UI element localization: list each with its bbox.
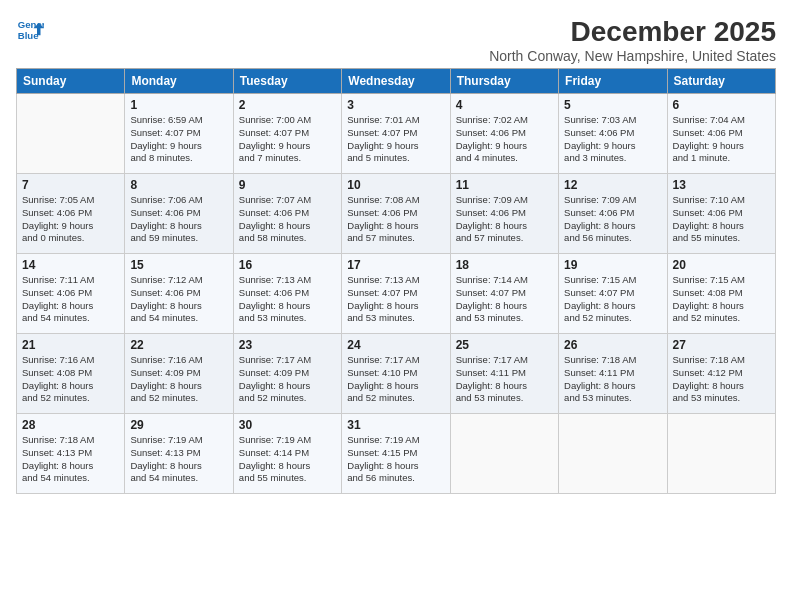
calendar-day-cell: 25Sunrise: 7:17 AM Sunset: 4:11 PM Dayli… [450, 334, 558, 414]
day-number: 12 [564, 178, 661, 192]
day-number: 1 [130, 98, 227, 112]
calendar-header-cell: Friday [559, 69, 667, 94]
day-info: Sunrise: 7:19 AM Sunset: 4:15 PM Dayligh… [347, 434, 444, 485]
day-info: Sunrise: 7:10 AM Sunset: 4:06 PM Dayligh… [673, 194, 770, 245]
calendar-day-cell: 19Sunrise: 7:15 AM Sunset: 4:07 PM Dayli… [559, 254, 667, 334]
calendar-day-cell: 17Sunrise: 7:13 AM Sunset: 4:07 PM Dayli… [342, 254, 450, 334]
calendar-day-cell: 9Sunrise: 7:07 AM Sunset: 4:06 PM Daylig… [233, 174, 341, 254]
calendar-day-cell: 29Sunrise: 7:19 AM Sunset: 4:13 PM Dayli… [125, 414, 233, 494]
day-info: Sunrise: 7:04 AM Sunset: 4:06 PM Dayligh… [673, 114, 770, 165]
day-info: Sunrise: 7:09 AM Sunset: 4:06 PM Dayligh… [456, 194, 553, 245]
calendar-day-cell: 6Sunrise: 7:04 AM Sunset: 4:06 PM Daylig… [667, 94, 775, 174]
calendar-day-cell: 23Sunrise: 7:17 AM Sunset: 4:09 PM Dayli… [233, 334, 341, 414]
day-info: Sunrise: 7:16 AM Sunset: 4:08 PM Dayligh… [22, 354, 119, 405]
calendar-header-cell: Thursday [450, 69, 558, 94]
day-info: Sunrise: 7:15 AM Sunset: 4:07 PM Dayligh… [564, 274, 661, 325]
day-number: 11 [456, 178, 553, 192]
calendar-body: 1Sunrise: 6:59 AM Sunset: 4:07 PM Daylig… [17, 94, 776, 494]
day-number: 15 [130, 258, 227, 272]
calendar-day-cell [667, 414, 775, 494]
calendar-day-cell [450, 414, 558, 494]
day-number: 17 [347, 258, 444, 272]
day-number: 6 [673, 98, 770, 112]
calendar-header-row: SundayMondayTuesdayWednesdayThursdayFrid… [17, 69, 776, 94]
day-info: Sunrise: 7:13 AM Sunset: 4:07 PM Dayligh… [347, 274, 444, 325]
day-number: 31 [347, 418, 444, 432]
day-number: 29 [130, 418, 227, 432]
day-number: 23 [239, 338, 336, 352]
day-number: 20 [673, 258, 770, 272]
calendar-day-cell: 3Sunrise: 7:01 AM Sunset: 4:07 PM Daylig… [342, 94, 450, 174]
calendar-day-cell: 26Sunrise: 7:18 AM Sunset: 4:11 PM Dayli… [559, 334, 667, 414]
calendar-day-cell: 28Sunrise: 7:18 AM Sunset: 4:13 PM Dayli… [17, 414, 125, 494]
calendar-day-cell: 22Sunrise: 7:16 AM Sunset: 4:09 PM Dayli… [125, 334, 233, 414]
day-number: 7 [22, 178, 119, 192]
day-info: Sunrise: 7:12 AM Sunset: 4:06 PM Dayligh… [130, 274, 227, 325]
day-info: Sunrise: 7:19 AM Sunset: 4:13 PM Dayligh… [130, 434, 227, 485]
calendar-header-cell: Tuesday [233, 69, 341, 94]
day-info: Sunrise: 7:15 AM Sunset: 4:08 PM Dayligh… [673, 274, 770, 325]
calendar-week-row: 28Sunrise: 7:18 AM Sunset: 4:13 PM Dayli… [17, 414, 776, 494]
day-info: Sunrise: 7:05 AM Sunset: 4:06 PM Dayligh… [22, 194, 119, 245]
day-number: 26 [564, 338, 661, 352]
calendar-header-cell: Wednesday [342, 69, 450, 94]
day-info: Sunrise: 7:01 AM Sunset: 4:07 PM Dayligh… [347, 114, 444, 165]
header: General Blue December 2025 North Conway,… [16, 16, 776, 64]
calendar-day-cell: 15Sunrise: 7:12 AM Sunset: 4:06 PM Dayli… [125, 254, 233, 334]
calendar-day-cell [559, 414, 667, 494]
day-number: 8 [130, 178, 227, 192]
calendar-day-cell: 18Sunrise: 7:14 AM Sunset: 4:07 PM Dayli… [450, 254, 558, 334]
calendar-day-cell: 7Sunrise: 7:05 AM Sunset: 4:06 PM Daylig… [17, 174, 125, 254]
day-info: Sunrise: 7:16 AM Sunset: 4:09 PM Dayligh… [130, 354, 227, 405]
calendar-day-cell: 31Sunrise: 7:19 AM Sunset: 4:15 PM Dayli… [342, 414, 450, 494]
day-number: 10 [347, 178, 444, 192]
calendar-day-cell: 10Sunrise: 7:08 AM Sunset: 4:06 PM Dayli… [342, 174, 450, 254]
day-number: 3 [347, 98, 444, 112]
day-info: Sunrise: 7:02 AM Sunset: 4:06 PM Dayligh… [456, 114, 553, 165]
calendar-day-cell: 14Sunrise: 7:11 AM Sunset: 4:06 PM Dayli… [17, 254, 125, 334]
calendar-day-cell: 8Sunrise: 7:06 AM Sunset: 4:06 PM Daylig… [125, 174, 233, 254]
day-info: Sunrise: 7:14 AM Sunset: 4:07 PM Dayligh… [456, 274, 553, 325]
day-number: 22 [130, 338, 227, 352]
location-title: North Conway, New Hampshire, United Stat… [489, 48, 776, 64]
calendar-header-cell: Saturday [667, 69, 775, 94]
day-info: Sunrise: 7:07 AM Sunset: 4:06 PM Dayligh… [239, 194, 336, 245]
day-number: 13 [673, 178, 770, 192]
day-info: Sunrise: 7:06 AM Sunset: 4:06 PM Dayligh… [130, 194, 227, 245]
day-number: 4 [456, 98, 553, 112]
calendar-day-cell: 30Sunrise: 7:19 AM Sunset: 4:14 PM Dayli… [233, 414, 341, 494]
day-number: 14 [22, 258, 119, 272]
day-number: 24 [347, 338, 444, 352]
day-number: 27 [673, 338, 770, 352]
calendar-day-cell: 11Sunrise: 7:09 AM Sunset: 4:06 PM Dayli… [450, 174, 558, 254]
day-info: Sunrise: 7:18 AM Sunset: 4:12 PM Dayligh… [673, 354, 770, 405]
day-info: Sunrise: 7:17 AM Sunset: 4:11 PM Dayligh… [456, 354, 553, 405]
calendar-day-cell: 16Sunrise: 7:13 AM Sunset: 4:06 PM Dayli… [233, 254, 341, 334]
calendar-day-cell: 24Sunrise: 7:17 AM Sunset: 4:10 PM Dayli… [342, 334, 450, 414]
day-number: 5 [564, 98, 661, 112]
day-number: 21 [22, 338, 119, 352]
day-info: Sunrise: 7:03 AM Sunset: 4:06 PM Dayligh… [564, 114, 661, 165]
calendar-week-row: 21Sunrise: 7:16 AM Sunset: 4:08 PM Dayli… [17, 334, 776, 414]
calendar-day-cell [17, 94, 125, 174]
day-info: Sunrise: 7:17 AM Sunset: 4:09 PM Dayligh… [239, 354, 336, 405]
day-number: 18 [456, 258, 553, 272]
day-info: Sunrise: 7:00 AM Sunset: 4:07 PM Dayligh… [239, 114, 336, 165]
day-info: Sunrise: 7:09 AM Sunset: 4:06 PM Dayligh… [564, 194, 661, 245]
month-title: December 2025 [489, 16, 776, 48]
day-info: Sunrise: 7:11 AM Sunset: 4:06 PM Dayligh… [22, 274, 119, 325]
calendar-day-cell: 4Sunrise: 7:02 AM Sunset: 4:06 PM Daylig… [450, 94, 558, 174]
day-number: 28 [22, 418, 119, 432]
calendar-day-cell: 1Sunrise: 6:59 AM Sunset: 4:07 PM Daylig… [125, 94, 233, 174]
day-number: 25 [456, 338, 553, 352]
calendar-header-cell: Sunday [17, 69, 125, 94]
day-number: 16 [239, 258, 336, 272]
calendar-week-row: 7Sunrise: 7:05 AM Sunset: 4:06 PM Daylig… [17, 174, 776, 254]
calendar-day-cell: 27Sunrise: 7:18 AM Sunset: 4:12 PM Dayli… [667, 334, 775, 414]
day-info: Sunrise: 6:59 AM Sunset: 4:07 PM Dayligh… [130, 114, 227, 165]
day-number: 9 [239, 178, 336, 192]
calendar-week-row: 14Sunrise: 7:11 AM Sunset: 4:06 PM Dayli… [17, 254, 776, 334]
day-info: Sunrise: 7:18 AM Sunset: 4:13 PM Dayligh… [22, 434, 119, 485]
day-info: Sunrise: 7:18 AM Sunset: 4:11 PM Dayligh… [564, 354, 661, 405]
day-info: Sunrise: 7:17 AM Sunset: 4:10 PM Dayligh… [347, 354, 444, 405]
